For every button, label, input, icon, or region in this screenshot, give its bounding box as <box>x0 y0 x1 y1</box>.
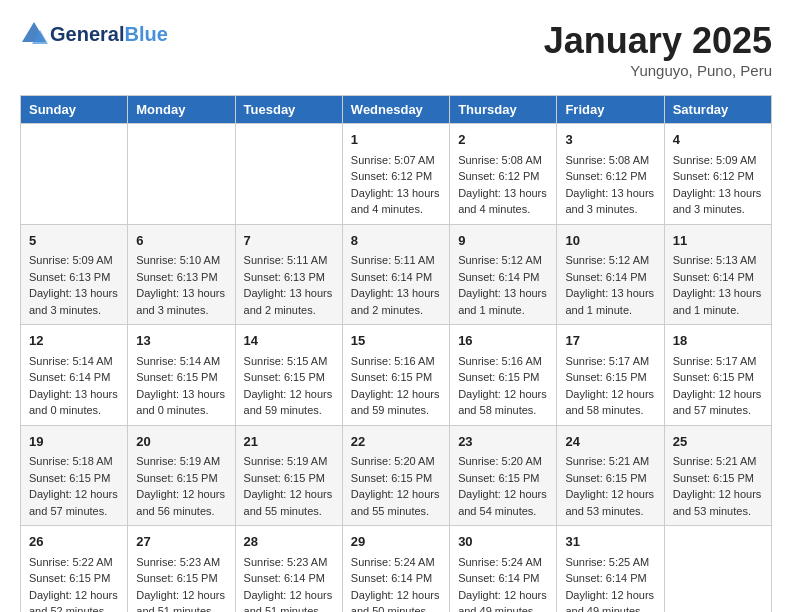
calendar-cell: 27Sunrise: 5:23 AMSunset: 6:15 PMDayligh… <box>128 526 235 613</box>
cell-info: Sunrise: 5:23 AMSunset: 6:15 PMDaylight:… <box>136 554 226 613</box>
day-number: 15 <box>351 331 441 351</box>
calendar-cell: 28Sunrise: 5:23 AMSunset: 6:14 PMDayligh… <box>235 526 342 613</box>
calendar-week-4: 19Sunrise: 5:18 AMSunset: 6:15 PMDayligh… <box>21 425 772 526</box>
weekday-header-wednesday: Wednesday <box>342 96 449 124</box>
calendar-cell: 31Sunrise: 5:25 AMSunset: 6:14 PMDayligh… <box>557 526 664 613</box>
calendar-header-row: SundayMondayTuesdayWednesdayThursdayFrid… <box>21 96 772 124</box>
calendar-cell: 3Sunrise: 5:08 AMSunset: 6:12 PMDaylight… <box>557 124 664 225</box>
cell-info: Sunrise: 5:16 AMSunset: 6:15 PMDaylight:… <box>351 353 441 419</box>
calendar-cell: 18Sunrise: 5:17 AMSunset: 6:15 PMDayligh… <box>664 325 771 426</box>
logo-general: General <box>50 23 124 45</box>
calendar-cell <box>128 124 235 225</box>
cell-info: Sunrise: 5:22 AMSunset: 6:15 PMDaylight:… <box>29 554 119 613</box>
day-number: 13 <box>136 331 226 351</box>
day-number: 31 <box>565 532 655 552</box>
day-number: 29 <box>351 532 441 552</box>
day-number: 18 <box>673 331 763 351</box>
cell-info: Sunrise: 5:14 AMSunset: 6:14 PMDaylight:… <box>29 353 119 419</box>
calendar-table: SundayMondayTuesdayWednesdayThursdayFrid… <box>20 95 772 612</box>
day-number: 21 <box>244 432 334 452</box>
cell-info: Sunrise: 5:13 AMSunset: 6:14 PMDaylight:… <box>673 252 763 318</box>
day-number: 25 <box>673 432 763 452</box>
calendar-cell: 21Sunrise: 5:19 AMSunset: 6:15 PMDayligh… <box>235 425 342 526</box>
cell-info: Sunrise: 5:17 AMSunset: 6:15 PMDaylight:… <box>565 353 655 419</box>
calendar-cell: 19Sunrise: 5:18 AMSunset: 6:15 PMDayligh… <box>21 425 128 526</box>
cell-info: Sunrise: 5:18 AMSunset: 6:15 PMDaylight:… <box>29 453 119 519</box>
calendar-cell: 5Sunrise: 5:09 AMSunset: 6:13 PMDaylight… <box>21 224 128 325</box>
calendar-cell: 22Sunrise: 5:20 AMSunset: 6:15 PMDayligh… <box>342 425 449 526</box>
location: Yunguyo, Puno, Peru <box>544 62 772 79</box>
day-number: 24 <box>565 432 655 452</box>
cell-info: Sunrise: 5:11 AMSunset: 6:13 PMDaylight:… <box>244 252 334 318</box>
cell-info: Sunrise: 5:11 AMSunset: 6:14 PMDaylight:… <box>351 252 441 318</box>
cell-info: Sunrise: 5:08 AMSunset: 6:12 PMDaylight:… <box>458 152 548 218</box>
day-number: 2 <box>458 130 548 150</box>
calendar-week-5: 26Sunrise: 5:22 AMSunset: 6:15 PMDayligh… <box>21 526 772 613</box>
cell-info: Sunrise: 5:09 AMSunset: 6:13 PMDaylight:… <box>29 252 119 318</box>
calendar-cell: 25Sunrise: 5:21 AMSunset: 6:15 PMDayligh… <box>664 425 771 526</box>
logo-blue: Blue <box>124 23 167 45</box>
calendar-cell <box>664 526 771 613</box>
cell-info: Sunrise: 5:10 AMSunset: 6:13 PMDaylight:… <box>136 252 226 318</box>
calendar-week-2: 5Sunrise: 5:09 AMSunset: 6:13 PMDaylight… <box>21 224 772 325</box>
cell-info: Sunrise: 5:07 AMSunset: 6:12 PMDaylight:… <box>351 152 441 218</box>
weekday-header-friday: Friday <box>557 96 664 124</box>
calendar-cell: 6Sunrise: 5:10 AMSunset: 6:13 PMDaylight… <box>128 224 235 325</box>
day-number: 11 <box>673 231 763 251</box>
cell-info: Sunrise: 5:20 AMSunset: 6:15 PMDaylight:… <box>351 453 441 519</box>
day-number: 8 <box>351 231 441 251</box>
day-number: 12 <box>29 331 119 351</box>
day-number: 1 <box>351 130 441 150</box>
title-block: January 2025 Yunguyo, Puno, Peru <box>544 20 772 79</box>
cell-info: Sunrise: 5:16 AMSunset: 6:15 PMDaylight:… <box>458 353 548 419</box>
calendar-cell <box>21 124 128 225</box>
day-number: 26 <box>29 532 119 552</box>
page-header: GeneralBlue January 2025 Yunguyo, Puno, … <box>20 20 772 79</box>
day-number: 20 <box>136 432 226 452</box>
calendar-cell: 11Sunrise: 5:13 AMSunset: 6:14 PMDayligh… <box>664 224 771 325</box>
cell-info: Sunrise: 5:21 AMSunset: 6:15 PMDaylight:… <box>673 453 763 519</box>
day-number: 6 <box>136 231 226 251</box>
day-number: 7 <box>244 231 334 251</box>
cell-info: Sunrise: 5:19 AMSunset: 6:15 PMDaylight:… <box>244 453 334 519</box>
calendar-cell: 1Sunrise: 5:07 AMSunset: 6:12 PMDaylight… <box>342 124 449 225</box>
day-number: 28 <box>244 532 334 552</box>
calendar-cell: 7Sunrise: 5:11 AMSunset: 6:13 PMDaylight… <box>235 224 342 325</box>
cell-info: Sunrise: 5:20 AMSunset: 6:15 PMDaylight:… <box>458 453 548 519</box>
day-number: 27 <box>136 532 226 552</box>
day-number: 16 <box>458 331 548 351</box>
cell-info: Sunrise: 5:08 AMSunset: 6:12 PMDaylight:… <box>565 152 655 218</box>
calendar-cell: 13Sunrise: 5:14 AMSunset: 6:15 PMDayligh… <box>128 325 235 426</box>
calendar-cell: 9Sunrise: 5:12 AMSunset: 6:14 PMDaylight… <box>450 224 557 325</box>
cell-info: Sunrise: 5:24 AMSunset: 6:14 PMDaylight:… <box>458 554 548 613</box>
logo: GeneralBlue <box>20 20 168 48</box>
day-number: 9 <box>458 231 548 251</box>
weekday-header-monday: Monday <box>128 96 235 124</box>
calendar-cell: 4Sunrise: 5:09 AMSunset: 6:12 PMDaylight… <box>664 124 771 225</box>
day-number: 3 <box>565 130 655 150</box>
weekday-header-tuesday: Tuesday <box>235 96 342 124</box>
day-number: 5 <box>29 231 119 251</box>
day-number: 23 <box>458 432 548 452</box>
calendar-cell <box>235 124 342 225</box>
calendar-cell: 14Sunrise: 5:15 AMSunset: 6:15 PMDayligh… <box>235 325 342 426</box>
cell-info: Sunrise: 5:12 AMSunset: 6:14 PMDaylight:… <box>565 252 655 318</box>
calendar-cell: 17Sunrise: 5:17 AMSunset: 6:15 PMDayligh… <box>557 325 664 426</box>
calendar-cell: 23Sunrise: 5:20 AMSunset: 6:15 PMDayligh… <box>450 425 557 526</box>
logo-icon <box>20 20 48 48</box>
cell-info: Sunrise: 5:21 AMSunset: 6:15 PMDaylight:… <box>565 453 655 519</box>
calendar-cell: 26Sunrise: 5:22 AMSunset: 6:15 PMDayligh… <box>21 526 128 613</box>
weekday-header-saturday: Saturday <box>664 96 771 124</box>
day-number: 19 <box>29 432 119 452</box>
day-number: 17 <box>565 331 655 351</box>
calendar-week-1: 1Sunrise: 5:07 AMSunset: 6:12 PMDaylight… <box>21 124 772 225</box>
calendar-cell: 24Sunrise: 5:21 AMSunset: 6:15 PMDayligh… <box>557 425 664 526</box>
weekday-header-thursday: Thursday <box>450 96 557 124</box>
calendar-cell: 15Sunrise: 5:16 AMSunset: 6:15 PMDayligh… <box>342 325 449 426</box>
day-number: 22 <box>351 432 441 452</box>
calendar-cell: 29Sunrise: 5:24 AMSunset: 6:14 PMDayligh… <box>342 526 449 613</box>
cell-info: Sunrise: 5:14 AMSunset: 6:15 PMDaylight:… <box>136 353 226 419</box>
calendar-week-3: 12Sunrise: 5:14 AMSunset: 6:14 PMDayligh… <box>21 325 772 426</box>
cell-info: Sunrise: 5:25 AMSunset: 6:14 PMDaylight:… <box>565 554 655 613</box>
cell-info: Sunrise: 5:17 AMSunset: 6:15 PMDaylight:… <box>673 353 763 419</box>
